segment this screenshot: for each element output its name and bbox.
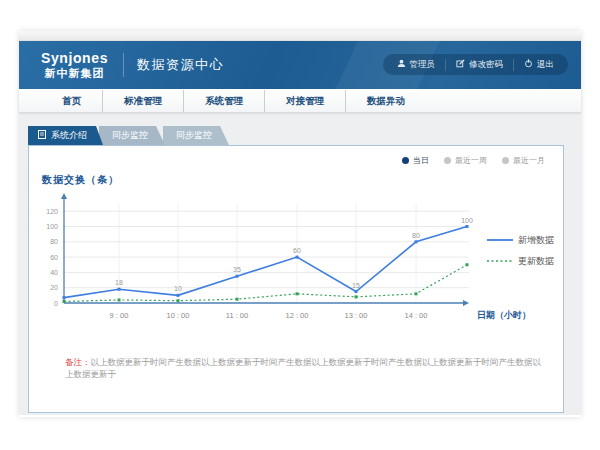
x-axis-arrow-icon <box>463 300 469 306</box>
y-tick-label: 100 <box>46 223 58 230</box>
tab-sync-monitor-2-label: 同步监控 <box>176 129 212 142</box>
tab-sync-monitor-1[interactable]: 同步监控 <box>99 126 165 145</box>
data-point-label: 80 <box>412 232 420 239</box>
data-point-marker <box>296 256 299 259</box>
series-line-1 <box>64 265 467 302</box>
footer-note-text: 以上数据更新于时间产生数据以上数据更新于时间产生数据以上数据更新于时间产生数据以… <box>65 357 541 379</box>
data-point-marker <box>296 292 299 295</box>
chart-panel: 当日 最近一周 最近一月 数据交换（条） 0204060801001209 : … <box>28 145 564 413</box>
data-point-marker <box>118 298 121 301</box>
data-point-label: 35 <box>233 266 241 273</box>
data-point-marker <box>355 290 358 293</box>
data-point-label: 100 <box>461 217 473 224</box>
x-tick-label: 9 : 00 <box>110 311 129 320</box>
y-tick-label: 120 <box>46 208 58 215</box>
data-point-label: 10 <box>174 285 182 292</box>
data-point-marker <box>355 295 358 298</box>
window-top-strip <box>19 31 581 41</box>
main-nav: 首页 标准管理 系统管理 对接管理 数据异动 <box>19 89 581 113</box>
radio-dot-icon <box>502 157 509 164</box>
nav-item-data-changes[interactable]: 数据异动 <box>345 90 426 112</box>
brand-company: 新中新集团 <box>41 67 108 79</box>
y-tick-label: 0 <box>54 300 58 307</box>
radio-dot-icon <box>444 157 451 164</box>
power-icon <box>524 59 533 70</box>
radio-dot-icon <box>402 157 409 164</box>
tab-system-intro[interactable]: 系统介绍 <box>28 126 103 145</box>
content-area: 系统介绍 同步监控 同步监控 当日 最近一周 <box>19 113 581 415</box>
data-point-marker <box>177 299 180 302</box>
radio-today[interactable]: 当日 <box>402 155 429 166</box>
data-point-label: 18 <box>115 279 123 286</box>
nav-item-home[interactable]: 首页 <box>41 90 102 112</box>
x-tick-label: 11 : 00 <box>226 311 248 320</box>
app-title: 数据资源中心 <box>137 56 224 74</box>
data-point-label: 60 <box>293 247 301 254</box>
user-menu: 管理员 修改密码 退出 <box>383 54 569 75</box>
radio-last-month[interactable]: 最近一月 <box>502 155 545 166</box>
data-point-marker <box>63 300 66 303</box>
document-icon <box>38 130 46 141</box>
y-tick-label: 80 <box>50 238 58 245</box>
data-point-marker <box>415 292 418 295</box>
app-header: Synjones 新中新集团 数据资源中心 管理员 修改密码 退出 <box>19 41 581 89</box>
user-menu-logout-label: 退出 <box>537 59 554 71</box>
line-chart: 0204060801001209 : 0010 : 0011 : 0012 : … <box>29 190 564 328</box>
time-range-filters: 当日 最近一周 最近一月 <box>402 155 545 166</box>
data-point-label: 15 <box>352 282 360 289</box>
data-point-marker <box>177 294 180 297</box>
user-icon <box>397 59 406 70</box>
y-tick-label: 20 <box>50 284 58 291</box>
user-menu-admin-label: 管理员 <box>410 59 436 71</box>
radio-last-month-label: 最近一月 <box>513 155 545 166</box>
data-point-marker <box>63 296 66 299</box>
x-tick-label: 12 : 00 <box>286 311 309 320</box>
nav-item-standard-mgmt[interactable]: 标准管理 <box>102 90 183 112</box>
tab-system-intro-label: 系统介绍 <box>51 129 87 142</box>
data-point-marker <box>466 263 469 266</box>
legend-label: 新增数据 <box>518 235 554 245</box>
series-line-0 <box>64 227 467 298</box>
edit-icon <box>456 59 465 70</box>
footer-note: 备注：以上数据更新于时间产生数据以上数据更新于时间产生数据以上数据更新于时间产生… <box>65 357 545 381</box>
legend-label: 更新数据 <box>518 256 554 266</box>
nav-item-system-mgmt[interactable]: 系统管理 <box>183 90 264 112</box>
data-point-marker <box>415 240 418 243</box>
x-tick-label: 14 : 00 <box>405 311 428 320</box>
x-axis-label: 日期（小时） <box>477 310 531 320</box>
user-menu-change-password-label: 修改密码 <box>469 59 503 71</box>
nav-item-integration-mgmt[interactable]: 对接管理 <box>264 90 345 112</box>
user-menu-change-password[interactable]: 修改密码 <box>445 59 513 71</box>
radio-today-label: 当日 <box>413 155 429 166</box>
data-point-marker <box>118 288 121 291</box>
radio-last-week-label: 最近一周 <box>455 155 487 166</box>
y-tick-label: 40 <box>50 269 58 276</box>
user-menu-logout[interactable]: 退出 <box>513 59 564 71</box>
header-divider <box>123 53 124 77</box>
tab-sync-monitor-1-label: 同步监控 <box>112 129 148 142</box>
y-axis-label: 数据交换（条） <box>42 173 119 187</box>
app-window: Synjones 新中新集团 数据资源中心 管理员 修改密码 退出 首页 标准管… <box>19 31 581 417</box>
tab-sync-monitor-2[interactable]: 同步监控 <box>163 126 229 145</box>
y-tick-label: 60 <box>50 254 58 261</box>
footer-note-label: 备注： <box>65 357 91 367</box>
radio-last-week[interactable]: 最近一周 <box>444 155 487 166</box>
x-tick-label: 10 : 00 <box>167 311 190 320</box>
x-tick-label: 13 : 00 <box>345 311 368 320</box>
y-axis-arrow-icon <box>61 193 67 199</box>
tab-bar: 系统介绍 同步监控 同步监控 <box>28 126 229 145</box>
data-point-marker <box>236 275 239 278</box>
logo: Synjones 新中新集团 <box>41 51 108 78</box>
data-point-marker <box>466 225 469 228</box>
user-menu-admin[interactable]: 管理员 <box>387 59 446 71</box>
data-point-marker <box>236 298 239 301</box>
brand-name: Synjones <box>41 51 108 66</box>
